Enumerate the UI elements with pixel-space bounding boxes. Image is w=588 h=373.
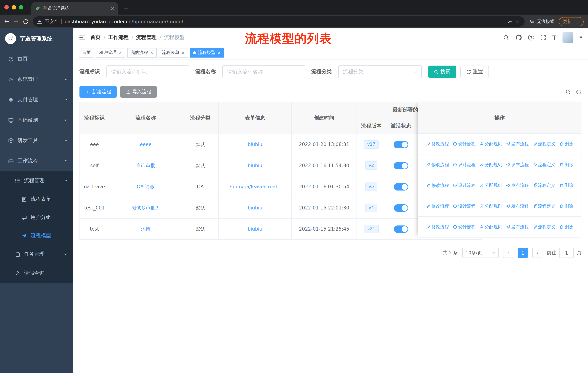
name-link[interactable]: 自己审批 <box>136 162 155 169</box>
tag-close-icon[interactable]: × <box>150 50 153 55</box>
active-toggle[interactable] <box>394 162 408 169</box>
hamburger-icon[interactable] <box>79 34 85 41</box>
definition-action[interactable]: 流程定义 <box>532 182 555 189</box>
edit-action[interactable]: 修改流程 <box>426 224 449 230</box>
bookmark-star-icon[interactable]: ☆ <box>516 19 520 24</box>
sidebar-item-leave-query[interactable]: 请假查询 <box>0 264 73 283</box>
publish-action[interactable]: 发布流程 <box>506 182 529 189</box>
tag-item[interactable]: 流程表单× <box>158 48 188 57</box>
url-bar[interactable]: 不安全 dashboard.yudao.iocoder.cn/bpm/manag… <box>33 16 525 27</box>
delete-action[interactable]: 删除 <box>559 224 573 230</box>
sidebar-item-process-model[interactable]: 流程模型 <box>0 227 73 245</box>
font-size-icon[interactable]: T <box>552 34 556 41</box>
sidebar-item-user-group[interactable]: 用户分组 <box>0 208 73 227</box>
active-toggle[interactable] <box>394 225 408 232</box>
publish-action[interactable]: 发布流程 <box>506 161 529 168</box>
tag-item[interactable]: 首页 <box>79 48 94 57</box>
design-action[interactable]: 设计流程 <box>452 182 475 189</box>
definition-action[interactable]: 流程定义 <box>532 161 555 168</box>
security-label[interactable]: 不安全 <box>45 18 59 25</box>
reload-button[interactable] <box>23 19 28 24</box>
design-action[interactable]: 设计流程 <box>452 161 475 168</box>
sidebar-item-infrastructure[interactable]: 基础设施 <box>0 110 73 131</box>
delete-action[interactable]: 删除 <box>559 203 573 209</box>
process-id-input[interactable] <box>106 65 189 78</box>
sidebar-item-process-form[interactable]: 流程表单 <box>0 190 73 208</box>
sidebar-item-task-mgmt[interactable]: 任务管理 <box>0 245 73 264</box>
page-size-select[interactable]: 10条/页 <box>462 248 499 258</box>
publish-action[interactable]: 发布流程 <box>506 203 529 209</box>
sidebar-item-process-mgmt[interactable]: 流程管理 <box>0 171 73 190</box>
tab-close-icon[interactable]: × <box>110 5 115 11</box>
fullscreen-icon[interactable] <box>540 35 546 40</box>
search-icon[interactable] <box>503 34 509 40</box>
active-toggle[interactable] <box>394 183 408 190</box>
active-toggle[interactable] <box>394 141 408 148</box>
design-action[interactable]: 设计流程 <box>452 203 475 209</box>
form-link[interactable]: biubiu <box>248 226 262 232</box>
sidebar-item-system[interactable]: 系统管理 <box>0 69 73 90</box>
form-link[interactable]: biubiu <box>248 205 262 211</box>
import-process-button[interactable]: 导入流程 <box>120 86 157 98</box>
assign-action[interactable]: 分配规则 <box>479 141 502 147</box>
zoom-window-button[interactable] <box>19 5 23 10</box>
new-tab-button[interactable]: + <box>123 5 129 12</box>
edit-action[interactable]: 修改流程 <box>426 182 449 189</box>
tag-item[interactable]: 租户管理× <box>96 48 126 57</box>
avatar[interactable] <box>562 32 573 43</box>
delete-action[interactable]: 删除 <box>559 182 573 189</box>
edit-action[interactable]: 修改流程 <box>426 203 449 209</box>
design-action[interactable]: 设计流程 <box>452 224 475 230</box>
sidebar-item-workflow[interactable]: 工作流程 <box>0 151 73 171</box>
tag-active[interactable]: 流程模型× <box>190 48 224 57</box>
create-process-button[interactable]: ＋ 新建流程 <box>79 86 117 98</box>
tag-item[interactable]: 我的流程× <box>127 48 157 57</box>
refresh-table-icon[interactable] <box>576 89 581 94</box>
edit-action[interactable]: 修改流程 <box>426 161 449 168</box>
sidebar-item-home[interactable]: 首页 <box>0 49 73 69</box>
url-text[interactable]: dashboard.yudao.iocoder.cn/bpm/manager/m… <box>65 19 504 24</box>
active-toggle[interactable] <box>394 204 408 212</box>
breadcrumb-item[interactable]: 工作流程 <box>108 34 128 41</box>
assign-action[interactable]: 分配规则 <box>479 224 502 230</box>
delete-action[interactable]: 删除 <box>559 141 573 147</box>
definition-action[interactable]: 流程定义 <box>532 141 555 147</box>
page-1-button[interactable]: 1 <box>518 248 528 258</box>
close-window-button[interactable] <box>4 5 9 10</box>
forward-button[interactable]: → <box>14 19 19 24</box>
category-select[interactable]: 流程分类 <box>338 65 422 78</box>
tag-close-icon[interactable]: × <box>118 50 122 55</box>
assign-action[interactable]: 分配规则 <box>479 203 502 209</box>
name-link[interactable]: 滔博 <box>141 226 150 232</box>
name-link[interactable]: eeee <box>140 142 151 147</box>
sidebar-item-devtools[interactable]: 研发工具 <box>0 131 73 151</box>
back-button[interactable]: ← <box>4 19 9 24</box>
browser-menu-icon[interactable]: ⋮ <box>575 19 580 24</box>
name-link[interactable]: 测试多审批人 <box>131 204 160 211</box>
search-button[interactable]: 搜索 <box>428 66 456 78</box>
delete-action[interactable]: 删除 <box>559 161 573 168</box>
sidebar-item-payment[interactable]: ¥ 支付管理 <box>0 90 73 110</box>
prev-page-button[interactable]: ‹ <box>503 248 513 258</box>
browser-tab[interactable]: 芋道管理系统 × <box>31 2 118 15</box>
tag-close-icon[interactable]: × <box>181 50 185 55</box>
form-link[interactable]: biubiu <box>248 163 262 168</box>
breadcrumb-item[interactable]: 流程管理 <box>136 34 157 41</box>
definition-action[interactable]: 流程定义 <box>532 203 555 209</box>
key-icon[interactable] <box>507 19 513 24</box>
publish-action[interactable]: 发布流程 <box>506 141 529 147</box>
assign-action[interactable]: 分配规则 <box>479 182 502 189</box>
edit-action[interactable]: 修改流程 <box>426 141 449 147</box>
update-chip[interactable]: 更新 ⋮ <box>559 17 584 26</box>
tag-close-icon[interactable]: × <box>217 50 221 55</box>
process-name-input[interactable] <box>222 65 305 78</box>
assign-action[interactable]: 分配规则 <box>479 161 502 168</box>
breadcrumb-item[interactable]: 首页 <box>90 34 101 41</box>
next-page-button[interactable]: › <box>532 248 542 258</box>
publish-action[interactable]: 发布流程 <box>506 224 529 230</box>
reset-button[interactable]: 重置 <box>460 66 489 78</box>
minimize-window-button[interactable] <box>12 5 16 10</box>
toggle-search-icon[interactable] <box>565 89 571 94</box>
design-action[interactable]: 设计流程 <box>452 141 475 147</box>
goto-page-input[interactable] <box>559 248 574 258</box>
